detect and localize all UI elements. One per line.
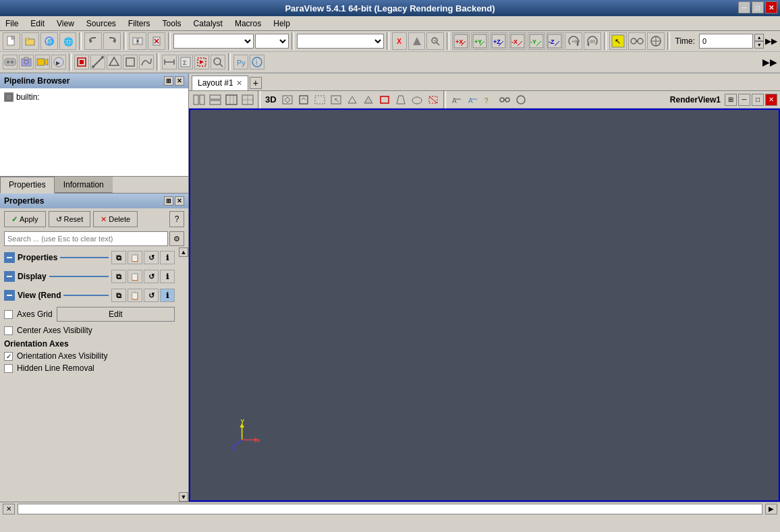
menu-sources[interactable]: Sources [84,18,119,29]
menu-filters[interactable]: Filters [126,18,153,29]
transform-point[interactable] [74,55,89,69]
delete-button[interactable]: ✕ Delete [93,211,138,227]
search-options-button[interactable]: ⚙ [169,231,184,246]
delete-input-button[interactable] [148,32,165,50]
link-camera-button[interactable] [497,93,512,107]
clear-selection-button[interactable] [426,93,441,107]
menu-macros[interactable]: Macros [232,18,264,29]
transform-plane[interactable] [107,55,121,69]
connect-button[interactable]: 🌐 [40,32,58,50]
axes-grid-edit-button[interactable]: Edit [57,307,175,322]
change-input-button[interactable] [129,32,146,50]
tab-information[interactable]: Information [55,177,113,193]
block-select-button[interactable] [377,93,392,107]
pipeline-browser-close[interactable]: ✕ [175,76,184,86]
link-button[interactable] [513,93,528,107]
camera-reset-button[interactable] [280,93,295,107]
menu-edit[interactable]: Edit [28,18,47,29]
cell-select-button[interactable] [345,93,360,107]
screenshot-button[interactable] [19,55,34,69]
split-v-button[interactable] [208,93,223,107]
macro-button[interactable]: ▶ [51,55,66,69]
redo-button[interactable] [103,32,121,50]
maximize-button[interactable]: □ [752,1,764,13]
toolbar-expand-icon[interactable]: ▶▶ [765,36,777,46]
video-button[interactable] [35,55,50,69]
pipeline-browser-float[interactable]: ⊞ [164,76,173,86]
apply-button[interactable]: ✓ Apply [4,211,46,227]
menu-catalyst[interactable]: Catalyst [191,18,225,29]
menu-help[interactable]: Help [271,18,293,29]
tab-properties[interactable]: Properties [0,177,55,194]
group-view-reset-btn[interactable]: ↺ [144,289,159,302]
time-input[interactable] [699,34,753,49]
axis-py-button[interactable]: +Y [471,32,489,50]
pipeline-item-builtin[interactable]: builtin: [3,91,186,103]
surface-select-button[interactable] [410,93,424,107]
maximize-view-button[interactable] [224,93,239,107]
menu-view[interactable]: View [54,18,77,29]
view-maximize-icon[interactable]: □ [752,94,764,106]
add-tab-button[interactable]: + [250,77,262,89]
transform-box[interactable] [123,55,138,69]
axis-pz-button[interactable]: +Z [490,32,507,50]
properties-close[interactable]: ✕ [175,196,184,206]
view-3d-label[interactable]: 3D [263,94,279,105]
group-info-btn[interactable]: ℹ [160,251,175,264]
interact-button[interactable]: ↖ [609,32,627,50]
camera-nav-icon[interactable] [408,32,426,50]
camera-x-icon[interactable]: X [392,32,407,50]
group-view-paste-btn[interactable]: 📋 [128,289,142,302]
calculator-button[interactable]: Σ [178,55,193,69]
group-display-copy-btn[interactable]: ⧉ [111,270,126,283]
ruler-button[interactable]: ? [481,93,496,107]
color-annotate-button[interactable]: A [465,93,480,107]
scroll-down-arrow[interactable]: ▼ [179,492,188,502]
group-display-collapse-icon[interactable] [4,271,15,282]
close-button[interactable]: ✕ [765,1,777,13]
render-view[interactable]: x Y Z [189,109,780,502]
selection-button[interactable] [194,55,209,69]
axis-mz-button[interactable]: -Z [547,32,564,50]
properties-float[interactable]: ⊞ [164,196,173,206]
view-close-icon[interactable]: ✕ [765,94,777,106]
status-cancel-button[interactable]: ✕ [3,504,15,514]
vr-button[interactable] [3,55,18,69]
group-display-reset-btn[interactable]: ↺ [144,270,159,283]
fit-all-button[interactable] [296,93,311,107]
group-reset-btn[interactable]: ↺ [144,251,159,264]
help-button[interactable]: ? [169,211,184,227]
transform-spline[interactable] [139,55,154,69]
scroll-up-arrow[interactable]: ▲ [179,247,188,257]
hidden-line-checkbox[interactable] [4,364,13,373]
array-dropdown[interactable] [297,34,384,49]
minimize-button[interactable]: ─ [738,1,750,13]
undo-button[interactable] [84,32,102,50]
find-data-button[interactable] [211,55,225,69]
orientation-axes-checkbox[interactable]: ✓ [4,352,13,361]
search-input[interactable] [4,231,168,246]
tab-close-icon[interactable]: ✕ [236,79,242,88]
group-display-info-btn[interactable]: ℹ [160,270,175,283]
disconnect-button[interactable]: 🌐 [59,32,77,50]
quad-view-button[interactable] [240,93,255,107]
selection-view-button[interactable] [312,93,327,107]
toolbar-row2-expand[interactable]: ▶▶ [762,57,777,67]
menu-file[interactable]: File [3,18,21,29]
python-button[interactable]: Py [233,55,248,69]
time-spin-up[interactable]: ▲ [754,34,764,41]
frustum-select-button[interactable] [393,93,408,107]
menu-tools[interactable]: Tools [160,18,184,29]
info-button[interactable]: i [250,55,264,69]
status-input[interactable] [18,504,762,514]
layout-tab-1[interactable]: Layout #1 ✕ [192,76,248,90]
group-display-paste-btn[interactable]: 📋 [128,270,142,283]
rep-dropdown[interactable] [255,34,289,49]
split-h-button[interactable] [192,93,206,107]
zoom-icon[interactable]: + [426,32,444,50]
camera-link2-button[interactable] [647,32,665,50]
interact-view-button[interactable]: ↖ [329,93,343,107]
group-view-collapse-icon[interactable] [4,290,15,301]
group-paste-btn[interactable]: 📋 [128,251,142,264]
reset-button[interactable]: ↺ Reset [49,211,91,227]
